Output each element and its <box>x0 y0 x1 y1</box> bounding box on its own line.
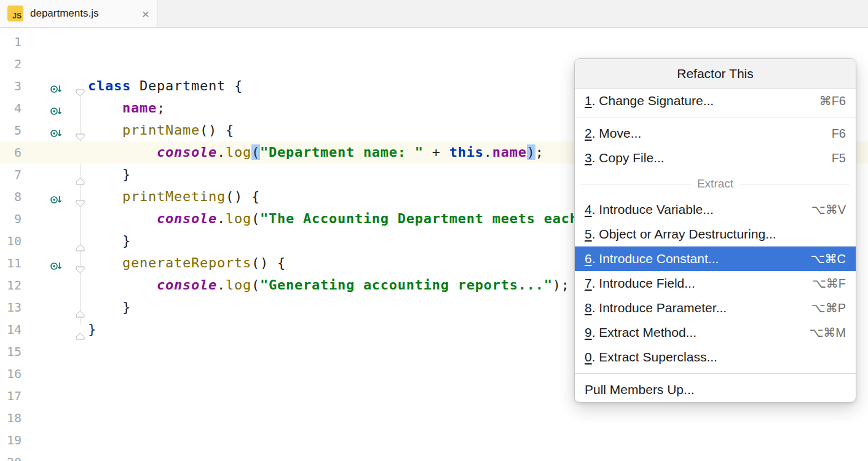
code-text: printName() { <box>88 119 234 141</box>
menu-separator <box>575 373 856 374</box>
line-number: 4 <box>0 97 22 119</box>
code-text: } <box>88 318 97 341</box>
menu-item-pull-members-up[interactable]: Pull Members Up... <box>575 377 856 402</box>
code-text: class Department { <box>88 75 243 97</box>
ide-window: JS departments.js × 123class Department … <box>0 0 868 461</box>
mnemonic-number: 9 <box>585 325 592 339</box>
menu-item-label: 8. Introduce Parameter... <box>585 301 727 315</box>
line-number: 18 <box>0 407 22 429</box>
shortcut-label: F5 <box>819 151 846 165</box>
code-text: printMeeting() { <box>88 186 260 208</box>
code-text: } <box>88 230 131 252</box>
line-number: 14 <box>0 318 22 341</box>
code-text: } <box>88 296 131 318</box>
mnemonic-number: 2 <box>585 126 592 140</box>
tab-departments-js[interactable]: JS departments.js × <box>0 0 157 27</box>
shortcut-label: ⌥⌘V <box>799 202 846 217</box>
mnemonic-number: 4 <box>585 202 592 216</box>
menu-items: 1. Change Signature...⌘F62. Move...F63. … <box>575 89 856 402</box>
menu-item-label: 9. Extract Method... <box>585 325 696 340</box>
code-text: console.log("Department name: " + this.n… <box>88 141 544 164</box>
code-line-18: 18 <box>0 407 868 429</box>
menu-item-label: 1. Change Signature... <box>585 93 714 108</box>
menu-item-object-or-array-destructuring[interactable]: 5. Object or Array Destructuring... <box>575 222 856 246</box>
line-number: 13 <box>0 296 22 318</box>
mnemonic-number: 5 <box>585 227 592 241</box>
refactor-this-popup: Refactor This 1. Change Signature...⌘F62… <box>574 58 856 403</box>
code-line-1: 1 <box>0 31 868 53</box>
line-number: 9 <box>0 208 22 230</box>
code-line-20: 20 <box>0 451 868 461</box>
shortcut-label: ⌥⌘P <box>799 301 846 315</box>
mnemonic-number: 6 <box>585 251 592 266</box>
menu-item-label: Pull Members Up... <box>585 382 695 397</box>
menu-item-label: 3. Copy File... <box>585 151 665 165</box>
line-number: 19 <box>0 429 22 451</box>
line-number: 10 <box>0 230 22 252</box>
editor-tab-bar: JS departments.js × <box>0 0 868 28</box>
menu-item-introduce-parameter[interactable]: 8. Introduce Parameter...⌥⌘P <box>575 296 856 320</box>
line-number: 6 <box>0 141 22 164</box>
line-number: 3 <box>0 75 22 97</box>
code-text: console.log("The Accounting Department m… <box>88 208 578 230</box>
shortcut-label: F6 <box>819 127 846 141</box>
code-text: console.log("Generating accounting repor… <box>88 274 570 296</box>
line-number: 17 <box>0 385 22 407</box>
menu-item-label: 7. Introduce Field... <box>585 276 695 291</box>
menu-item-label: 0. Extract Superclass... <box>585 350 717 364</box>
line-number: 1 <box>0 31 22 53</box>
mnemonic-number: 7 <box>585 276 592 290</box>
menu-item-label: 4. Introduce Variable... <box>585 202 714 217</box>
mnemonic-number: 3 <box>585 151 592 165</box>
line-number: 11 <box>0 252 22 274</box>
menu-item-introduce-field[interactable]: 7. Introduce Field...⌥⌘F <box>575 271 856 296</box>
line-number: 16 <box>0 363 22 385</box>
menu-item-label: 2. Move... <box>585 126 641 141</box>
popup-title: Refactor This <box>575 59 856 89</box>
menu-item-change-signature[interactable]: 1. Change Signature...⌘F6 <box>575 89 856 113</box>
menu-section-label: Extract <box>697 177 733 191</box>
menu-item-extract-superclass[interactable]: 0. Extract Superclass... <box>575 345 856 369</box>
code-text: generateReports() { <box>88 252 286 274</box>
mnemonic-number: 8 <box>585 301 592 315</box>
code-line-19: 19 <box>0 429 868 451</box>
shortcut-label: ⌥⌘F <box>800 276 846 291</box>
menu-item-move[interactable]: 2. Move...F6 <box>575 121 856 146</box>
javascript-file-icon: JS <box>7 6 23 22</box>
shortcut-label: ⌥⌘C <box>799 251 846 266</box>
line-number: 5 <box>0 119 22 141</box>
mnemonic-number: 0 <box>585 350 592 364</box>
line-number: 20 <box>0 451 22 461</box>
menu-item-label: 6. Introduce Constant... <box>585 251 719 266</box>
menu-item-extract-method[interactable]: 9. Extract Method...⌥⌘M <box>575 320 856 345</box>
menu-item-introduce-constant[interactable]: 6. Introduce Constant...⌥⌘C <box>575 246 856 271</box>
shortcut-label: ⌘F6 <box>807 93 846 108</box>
code-text: } <box>88 164 131 186</box>
menu-item-introduce-variable[interactable]: 4. Introduce Variable...⌥⌘V <box>575 197 856 222</box>
tab-title: departments.js <box>30 7 99 20</box>
tab-close-icon[interactable]: × <box>142 7 149 20</box>
line-number: 2 <box>0 53 22 75</box>
menu-section-extract: Extract <box>581 170 850 197</box>
menu-item-copy-file[interactable]: 3. Copy File...F5 <box>575 146 856 170</box>
mnemonic-number: 1 <box>585 93 592 108</box>
code-text: name; <box>88 97 165 119</box>
line-number: 15 <box>0 341 22 363</box>
line-number: 8 <box>0 186 22 208</box>
line-number: 12 <box>0 274 22 296</box>
menu-separator <box>575 117 856 117</box>
shortcut-label: ⌥⌘M <box>797 325 846 340</box>
menu-item-label: 5. Object or Array Destructuring... <box>585 227 776 242</box>
line-number: 7 <box>0 164 22 186</box>
